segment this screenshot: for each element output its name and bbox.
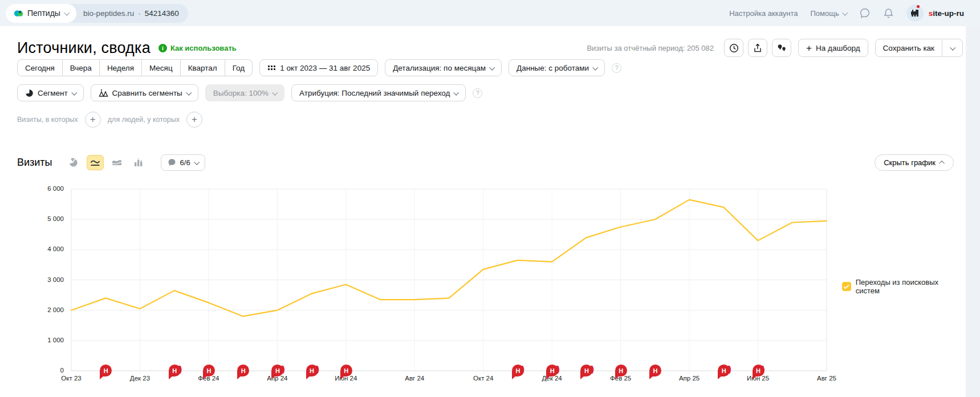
- y-axis-label: 5 000: [17, 215, 64, 222]
- site-domain: bio-peptides.ru: [83, 9, 134, 18]
- counter-info[interactable]: bio-peptides.ru · 54214360: [76, 4, 188, 23]
- y-axis-label: 6 000: [17, 185, 64, 192]
- range-yesterday-button[interactable]: Вчера: [63, 59, 100, 76]
- range-month-button[interactable]: Месяц: [142, 59, 181, 76]
- chevron-up-icon: [939, 160, 945, 166]
- chart-type-pie-button[interactable]: [65, 155, 82, 170]
- chevron-down-icon: [454, 89, 459, 95]
- x-axis-label: Окт 24: [459, 375, 507, 382]
- compare-segments-icon: [99, 89, 108, 97]
- y-axis-label: 2 000: [17, 306, 64, 313]
- annotation-arcs: )): [281, 364, 283, 374]
- attribution-dropdown[interactable]: Атрибуция: Последний значимый переход: [291, 84, 466, 101]
- annotation-marker[interactable]: Н): [512, 365, 524, 376]
- chevron-down-icon: [842, 10, 848, 15]
- chart-type-bar-button[interactable]: [130, 155, 147, 170]
- sampling-dropdown[interactable]: Выборка: 100%: [205, 84, 284, 101]
- scrollbar-track[interactable]: [966, 26, 980, 397]
- bullet: ·: [138, 9, 141, 18]
- annotation-arcs: )): [178, 364, 180, 374]
- comments-button[interactable]: [772, 39, 791, 57]
- segment-dropdown[interactable]: Сегмент: [17, 84, 84, 101]
- annotation-marker[interactable]: Н)): [169, 365, 181, 376]
- chevron-down-icon: [950, 44, 955, 50]
- annotation-marker[interactable]: Н: [237, 365, 249, 376]
- date-range-label: 1 окт 2023 — 31 авг 2025: [280, 64, 370, 72]
- visits-chart: 01 0002 0003 0004 0005 0006 000Окт 23Дек…: [17, 185, 963, 391]
- x-axis-label: Окт 23: [47, 375, 95, 382]
- goals-count: 6/6: [180, 158, 190, 167]
- help-question-icon[interactable]: ?: [612, 63, 621, 73]
- chevron-down-icon: [71, 89, 77, 95]
- annotation-marker[interactable]: Н: [649, 365, 661, 376]
- chart-type-line-button[interactable]: [87, 155, 104, 170]
- annotation-marker[interactable]: Н)): [306, 365, 318, 376]
- hide-chart-label: Скрыть график: [884, 158, 936, 167]
- chevron-down-icon: [489, 64, 495, 70]
- chevron-down-icon: [64, 10, 70, 15]
- y-axis-label: 3 000: [17, 276, 64, 283]
- line-chart-plot: [17, 185, 838, 382]
- goals-dropdown[interactable]: 6/6: [161, 154, 205, 171]
- pie-chart-icon: [68, 158, 78, 167]
- metric-title: Визиты: [17, 157, 52, 169]
- help-question-icon[interactable]: ?: [473, 88, 482, 98]
- data-mode-dropdown[interactable]: Данные: с роботами: [509, 59, 605, 76]
- how-to-use-link[interactable]: i Как использовать: [158, 44, 237, 52]
- segment-label: Сегмент: [38, 89, 68, 97]
- legend: Переходы из поисковых систем: [842, 278, 963, 295]
- how-to-use-label: Как использовать: [170, 44, 237, 52]
- add-to-dashboard-label: На дашборд: [816, 44, 860, 52]
- clock-icon: [729, 43, 739, 53]
- data-mode-label: Данные: с роботами: [517, 64, 589, 72]
- user-menu[interactable]: site-up-ru: [906, 5, 964, 22]
- project-name: Пептиды: [27, 9, 60, 18]
- account-settings-link[interactable]: Настройка аккаунта: [729, 9, 798, 18]
- annotation-marker[interactable]: Н: [615, 365, 627, 376]
- export-button[interactable]: [748, 39, 767, 57]
- y-axis-label: 1 000: [17, 337, 64, 343]
- save-as-button[interactable]: Сохранить как: [875, 39, 942, 57]
- locomotive-avatar-icon: [910, 9, 920, 18]
- save-as-menu-button[interactable]: [942, 39, 963, 57]
- feedback-chat-icon[interactable]: [859, 7, 871, 19]
- annotation-arcs: ): [762, 364, 763, 374]
- compare-segments-dropdown[interactable]: Сравнить сегменты: [91, 84, 198, 101]
- bar-chart-icon: [134, 158, 143, 167]
- range-year-button[interactable]: Год: [225, 59, 253, 76]
- legend-checkbox[interactable]: [842, 282, 851, 291]
- add-visit-condition-button[interactable]: +: [85, 112, 101, 128]
- chart-type-area-button[interactable]: [108, 155, 125, 170]
- add-people-condition-button[interactable]: +: [186, 112, 202, 128]
- topbar: Пептиды bio-peptides.ru · 54214360 Настр…: [0, 0, 980, 26]
- plus-icon: +: [806, 43, 812, 53]
- detail-dropdown[interactable]: Детализация: по месяцам: [385, 59, 502, 76]
- check-icon: [843, 284, 849, 289]
- project-selector[interactable]: Пептиды: [6, 4, 76, 23]
- date-range-picker[interactable]: 1 окт 2023 — 31 авг 2025: [259, 59, 378, 76]
- y-axis-label: 4 000: [17, 245, 64, 252]
- annotation-arcs: )): [727, 364, 729, 374]
- username: site-up-ru: [929, 9, 964, 18]
- annotation-marker[interactable]: Н: [203, 365, 215, 376]
- add-to-dashboard-button[interactable]: + На дашборд: [798, 39, 868, 57]
- segment-pie-icon: [25, 89, 34, 97]
- history-button[interactable]: [724, 39, 743, 57]
- range-today-button[interactable]: Сегодня: [17, 59, 63, 76]
- period-visits-total: Визиты за отчётный период: 205 082: [587, 44, 714, 52]
- annotation-marker[interactable]: Н: [340, 365, 352, 376]
- compare-segments-label: Сравнить сегменты: [112, 89, 182, 97]
- range-week-button[interactable]: Неделя: [100, 59, 142, 76]
- hide-chart-button[interactable]: Скрыть график: [875, 154, 954, 171]
- annotation-marker[interactable]: Н): [753, 365, 765, 376]
- quick-range-group: Сегодня Вчера Неделя Месяц Квартал Год: [17, 59, 253, 76]
- chart-type-switcher: [65, 155, 147, 170]
- x-axis-label: Авг 25: [803, 375, 851, 382]
- range-quarter-button[interactable]: Квартал: [181, 59, 225, 76]
- counter-id: 54214360: [145, 9, 179, 18]
- notifications-bell-icon[interactable]: [883, 7, 894, 19]
- visits-filter-label: Визиты, в которых: [17, 116, 78, 124]
- chevron-down-icon: [592, 64, 598, 70]
- help-menu[interactable]: Помощь: [811, 9, 847, 18]
- sampling-label: Выборка: 100%: [213, 89, 269, 97]
